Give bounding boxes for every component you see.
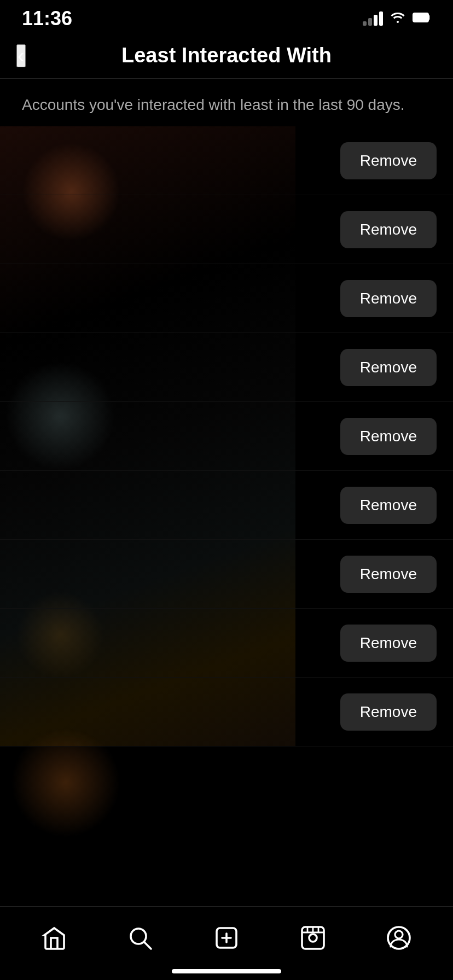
- svg-rect-1: [414, 14, 421, 21]
- remove-button-8[interactable]: Remove: [340, 625, 437, 662]
- subtitle-text: Accounts you've interacted with least in…: [0, 79, 453, 126]
- page-title: Least Interacted With: [121, 44, 332, 67]
- svg-point-8: [309, 934, 317, 942]
- list-item: Remove: [0, 195, 453, 264]
- status-bar: 11:36: [0, 0, 453, 33]
- remove-button-1[interactable]: Remove: [340, 142, 437, 179]
- list-item: Remove: [0, 471, 453, 540]
- list-item: Remove: [0, 333, 453, 402]
- nav-profile[interactable]: [373, 918, 425, 958]
- remove-button-6[interactable]: Remove: [340, 487, 437, 524]
- remove-button-3[interactable]: Remove: [340, 280, 437, 317]
- nav-search[interactable]: [114, 918, 166, 958]
- list-item: Remove: [0, 126, 453, 195]
- accounts-list: RemoveRemoveRemoveRemoveRemoveRemoveRemo…: [0, 126, 453, 746]
- back-button[interactable]: ‹: [16, 44, 26, 67]
- wifi-icon: [390, 11, 406, 26]
- create-icon: [212, 923, 241, 953]
- list-item: Remove: [0, 609, 453, 678]
- nav-create[interactable]: [201, 918, 252, 958]
- signal-icon: [363, 11, 383, 26]
- svg-point-14: [395, 931, 403, 938]
- remove-button-9[interactable]: Remove: [340, 693, 437, 731]
- nav-reels[interactable]: [287, 918, 339, 958]
- list-item: Remove: [0, 540, 453, 609]
- profile-icon: [384, 923, 414, 953]
- home-indicator: [172, 969, 281, 973]
- remove-button-5[interactable]: Remove: [340, 418, 437, 455]
- list-item: Remove: [0, 402, 453, 471]
- svg-line-3: [144, 942, 151, 949]
- status-icons: [363, 11, 431, 26]
- remove-button-7[interactable]: Remove: [340, 556, 437, 593]
- list-item: Remove: [0, 264, 453, 333]
- status-time: 11:36: [22, 7, 72, 30]
- content-area: RemoveRemoveRemoveRemoveRemoveRemoveRemo…: [0, 126, 453, 746]
- list-item: Remove: [0, 678, 453, 746]
- nav-home[interactable]: [28, 918, 80, 958]
- reels-icon: [298, 923, 328, 953]
- battery-icon: [413, 12, 431, 25]
- page-header: ‹ Least Interacted With: [0, 33, 453, 79]
- home-icon: [39, 923, 69, 953]
- remove-button-4[interactable]: Remove: [340, 349, 437, 386]
- remove-button-2[interactable]: Remove: [340, 211, 437, 248]
- search-icon: [125, 923, 155, 953]
